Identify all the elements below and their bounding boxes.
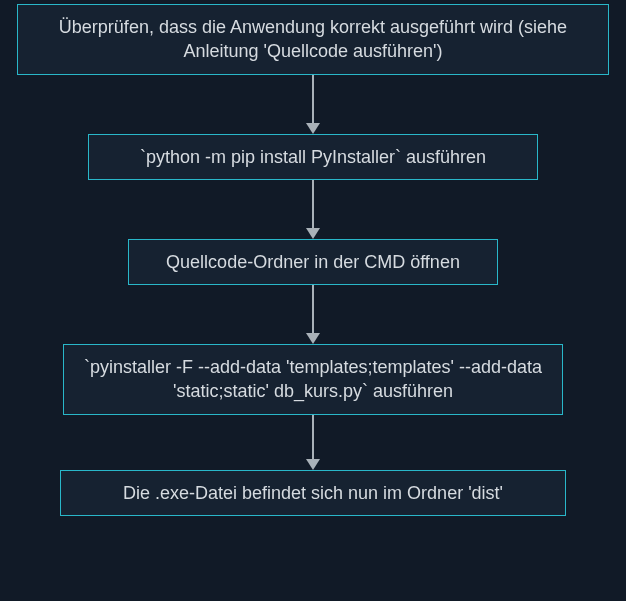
node-text: Quellcode-Ordner in der CMD öffnen (166, 252, 460, 272)
arrow-line-icon (312, 415, 314, 459)
flow-arrow (306, 285, 320, 344)
flow-node-pip-install: `python -m pip install PyInstaller` ausf… (88, 134, 538, 180)
flow-node-verify-app: Überprüfen, dass die Anwendung korrekt a… (17, 4, 609, 75)
arrow-down-icon (306, 459, 320, 470)
arrow-line-icon (312, 285, 314, 333)
arrow-line-icon (312, 75, 314, 123)
flow-arrow (306, 415, 320, 470)
node-text: `pyinstaller -F --add-data 'templates;te… (84, 357, 542, 401)
flow-arrow (306, 180, 320, 239)
node-text: `python -m pip install PyInstaller` ausf… (140, 147, 486, 167)
arrow-down-icon (306, 333, 320, 344)
arrow-line-icon (312, 180, 314, 228)
node-text: Die .exe-Datei befindet sich nun im Ordn… (123, 483, 503, 503)
arrow-down-icon (306, 123, 320, 134)
flow-node-open-cmd: Quellcode-Ordner in der CMD öffnen (128, 239, 498, 285)
flow-node-result: Die .exe-Datei befindet sich nun im Ordn… (60, 470, 566, 516)
flow-arrow (306, 75, 320, 134)
node-text: Überprüfen, dass die Anwendung korrekt a… (59, 17, 567, 61)
arrow-down-icon (306, 228, 320, 239)
flow-node-run-pyinstaller: `pyinstaller -F --add-data 'templates;te… (63, 344, 563, 415)
